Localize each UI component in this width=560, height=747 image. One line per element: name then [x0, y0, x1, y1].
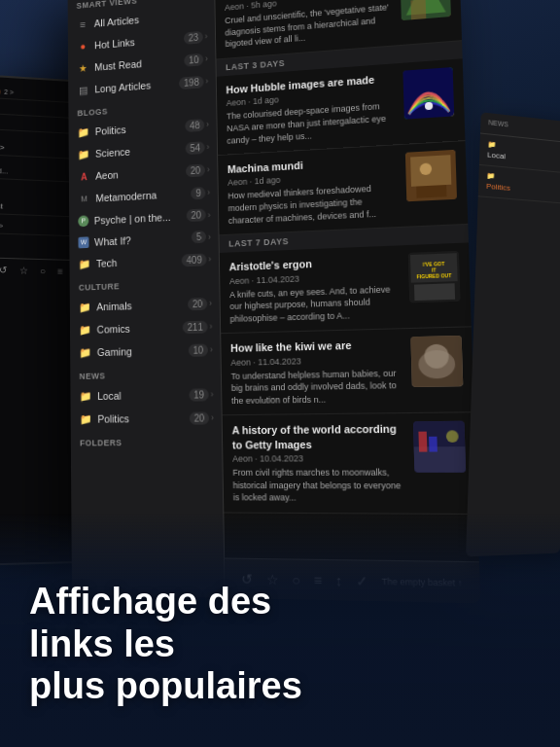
sidebar-item-count: 20 [188, 297, 207, 309]
article-excerpt: The colourised deep-space images from NA… [227, 100, 397, 147]
sidebar-item-count: 10 [189, 343, 208, 356]
folder-icon: 📁 [79, 301, 91, 314]
folder-icon: 📁 [78, 125, 90, 139]
article-excerpt: How medieval thinkers foreshadowed moder… [228, 182, 399, 227]
article-thumbnail: I'VE GOT IT FIGURED OUT [408, 251, 461, 302]
sidebar: SMART VIEWS ≡ All Articles ● Hot Links 2… [68, 0, 226, 598]
sidebar-item-count: 211 [183, 320, 208, 334]
svg-rect-15 [414, 283, 455, 301]
article-list: Animal, vegetable, mineral Aeon · 5h ago… [215, 0, 477, 515]
folder-icon: 📁 [80, 389, 92, 403]
article-thumbnail [405, 150, 457, 201]
sidebar-item-label: Gaming [97, 344, 187, 358]
svg-rect-3 [410, 0, 426, 19]
promo-line3: plus populaires [29, 665, 302, 708]
sidebar-item-count: 23 [184, 30, 203, 44]
sidebar-item-label: Long Articles [94, 78, 177, 95]
folder-icon: 📁 [79, 323, 91, 337]
article-item[interactable]: Machina mundi Aeon · 1d ago How medieval… [218, 141, 468, 235]
right-panel-news-label: NEWS [488, 119, 560, 134]
article-thumbnail [402, 67, 454, 120]
article-thumbnail [413, 421, 466, 473]
article-excerpt: From civil rights marches to moonwalks, … [232, 466, 407, 505]
right-panel-politics[interactable]: 📁 Politics [478, 165, 560, 204]
metamoderna-icon: M [78, 192, 90, 205]
promo-line1: Affichage des [29, 581, 302, 623]
sidebar-item-count: 20 [190, 411, 210, 424]
folder-icon: 📁 [79, 257, 91, 270]
sidebar-item-gaming[interactable]: 📁 Gaming 10 › [70, 338, 221, 364]
sidebar-item-label: Local [97, 389, 187, 402]
sidebar-item-label: Tech [96, 255, 180, 269]
folders-label: FOLDERS [71, 429, 222, 451]
sidebar-item-count: 9 [191, 186, 205, 198]
sidebar-item-label: Metamoderna [95, 188, 189, 204]
article-text: Aristotle's ergon Aeon · 11.04.2023 A kn… [229, 254, 402, 326]
sidebar-item-label: Science [95, 143, 184, 160]
sidebar-item-count: 198 [179, 75, 203, 89]
sidebar-item-label: Politics [95, 121, 184, 137]
sidebar-item-label: Psyche | on the... [94, 210, 185, 226]
sidebar-item-label: Animals [96, 299, 186, 313]
list-icon: ≡ [77, 18, 89, 31]
psyche-icon: P [78, 215, 88, 227]
svg-rect-21 [418, 432, 427, 452]
svg-text:I'VE GOT: I'VE GOT [423, 262, 444, 267]
news-label: NEWS [70, 361, 221, 385]
folder-icon: 📁 [80, 412, 92, 426]
article-text: How like the kiwi we are Aeon · 11.04.20… [230, 338, 404, 408]
article-text: How Hubble images are made Aeon · 1d ago… [226, 71, 397, 147]
folder-icon: 📁 [79, 345, 91, 359]
article-text: Machina mundi Aeon · 1d ago How medieval… [228, 153, 400, 227]
sidebar-item-label: What If? [94, 231, 191, 247]
sidebar-item-label: Politics [97, 412, 188, 425]
article-excerpt: To understand helpless human babies, our… [231, 367, 405, 407]
article-title: How like the kiwi we are [230, 338, 403, 356]
sidebar-item-count: 409 [182, 253, 207, 267]
article-text: A history of the world according to Gett… [232, 422, 408, 505]
aeon-icon: A [78, 169, 90, 183]
sidebar-item-count: 54 [186, 141, 205, 155]
sidebar-item-count: 20 [187, 208, 206, 222]
sidebar-item-count: 48 [185, 119, 204, 132]
sidebar-item-count: 19 [189, 388, 209, 401]
sidebar-item-count: 20 [186, 163, 205, 177]
sidebar-item-label: Hot Links [94, 33, 182, 52]
article-title: A history of the world according to Gett… [232, 422, 406, 452]
article-thumbnail [400, 0, 450, 20]
doc-icon: ▤ [77, 84, 89, 97]
promo-text: Affichage des links les plus populaires [29, 581, 302, 708]
right-panel: NEWS 📁 Local 📁 Politics [466, 112, 560, 556]
sidebar-item-count: 10 [184, 53, 203, 66]
article-text: Animal, vegetable, mineral Aeon · 5h ago… [225, 0, 395, 51]
svg-rect-22 [429, 437, 438, 452]
sidebar-item-count: 5 [192, 231, 206, 243]
article-item[interactable]: How Hubble images are made Aeon · 1d ago… [217, 58, 466, 156]
article-item[interactable]: A history of the world according to Gett… [223, 413, 478, 515]
article-meta: Aeon · 11.04.2023 [230, 354, 403, 368]
sidebar-item-politics-news[interactable]: 📁 Politics 20 › [71, 406, 222, 431]
svg-text:IT: IT [432, 267, 437, 273]
bottom-overlay: Affichage des links les plus populaires [0, 514, 560, 747]
svg-rect-9 [416, 185, 446, 198]
article-thumbnail [410, 336, 463, 387]
fire-icon: ● [77, 39, 89, 53]
sidebar-item-label: Must Read [94, 54, 182, 72]
sidebar-item-label: Aeon [95, 165, 184, 182]
article-meta: Aeon · 10.04.2023 [232, 453, 406, 464]
folder-icon: 📁 [78, 148, 90, 161]
article-item[interactable]: How like the kiwi we are Aeon · 11.04.20… [221, 328, 474, 416]
sidebar-item-local[interactable]: 📁 Local 19 › [70, 382, 221, 408]
article-item[interactable]: Aristotle's ergon Aeon · 11.04.2023 A kn… [220, 243, 472, 335]
promo-line2: links les [29, 623, 302, 666]
what-if-icon: W [78, 236, 88, 248]
star-icon: ★ [77, 61, 89, 75]
article-excerpt: A knife cuts, an eye sees. And, to achie… [229, 283, 402, 326]
sidebar-item-label: Comics [97, 321, 182, 335]
